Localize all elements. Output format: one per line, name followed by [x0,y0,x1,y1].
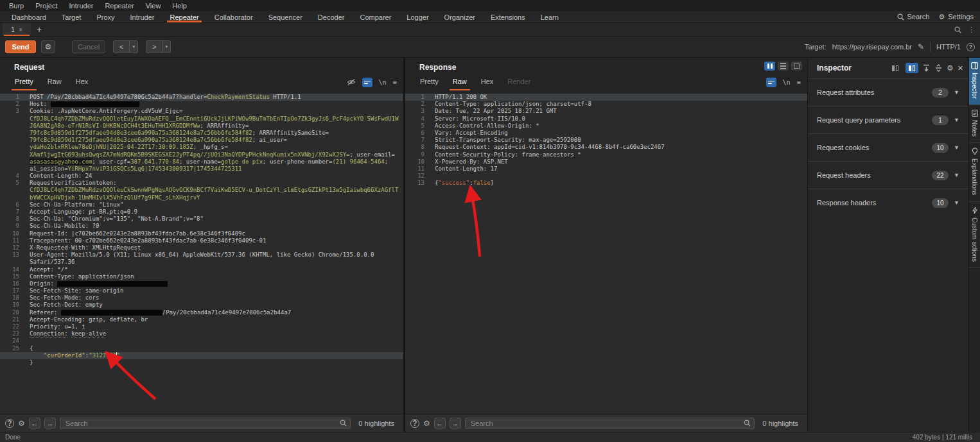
expand-all-icon[interactable] [922,64,931,72]
editor-line[interactable]: 5Requestverificationtoken: [0,180,403,187]
editor-line[interactable]: 79fc8c9d059d1f275dfaee94d0e3cee6a990a75a… [0,130,403,137]
editor-line[interactable]: 5Access-Control-Allow-Origin: * [405,123,807,130]
editor-line[interactable]: 15Content-Type: application/json [0,273,403,280]
editor-line[interactable]: 12 [405,173,807,180]
hide-nonprinting-icon[interactable] [347,78,356,86]
sidebar-tab-inspector[interactable]: Inspector [969,58,980,105]
menu-item-project[interactable]: Project [30,1,62,10]
pretty-print-icon[interactable] [362,78,372,87]
editor-line[interactable]: 16Origin: [0,280,403,287]
tab-organizer[interactable]: Organizer [437,11,483,22]
editor-line[interactable]: 7Strict-Transport-Security: max-age=2592… [405,137,807,144]
editor-line[interactable]: 1POST /Pay/20cbbad4a71c4e9497e7806c5a2b4… [0,94,403,101]
editor-line[interactable]: J6A8N2gA8o-eTrN1RsVI-QHKBNcOCH4t3EHuTHH1… [0,123,403,130]
editor-line[interactable]: 9Sec-Ch-Ua-Mobile: ?0 [0,223,403,230]
prev-match-button[interactable]: ← [29,418,40,429]
editor-line[interactable]: 20Referer: /Pay/20cbbad4a71c4e9497e7806c… [0,309,403,316]
send-button[interactable]: Send [5,40,36,53]
editor-line[interactable]: 8Sec-Ch-Ua: "Chromium";v="135", "Not-A.B… [0,216,403,223]
tab-hex[interactable]: Hex [475,76,500,90]
inspector-view-2-button[interactable] [906,63,918,73]
editor-line[interactable]: bVWCCXpHVDjxh-1UmMHIvlX5VhFzQlUf7g9FMC_s… [0,194,403,201]
editor-line[interactable]: asasasas@yahoo.com; user-cpf=387.641.770… [0,158,403,166]
editor-line[interactable]: ai_session=YiRHpx7nviP3iGSQCs5Lq6|174534… [0,166,403,173]
sidebar-tab-custom-actions[interactable]: Custom actions [969,202,980,268]
tab-target[interactable]: Target [54,11,89,22]
editor-line[interactable]: 10X-Powered-By: ASP.NET [405,158,807,166]
inspector-section-request-cookies[interactable]: Request cookies10▼ [808,133,968,161]
tab-comparer[interactable]: Comparer [352,11,399,22]
newline-toggle-icon[interactable]: \n [783,79,791,86]
layout-tabs-button[interactable] [791,62,802,71]
search-settings-icon[interactable]: ⚙ [423,419,430,428]
search-icon[interactable] [954,26,961,33]
inspector-section-request-attributes[interactable]: Request attributes2▼ [808,78,968,106]
tab-raw[interactable]: Raw [447,76,473,90]
http-version[interactable]: HTTP/1 [936,43,961,51]
editor-line[interactable]: 12X-Requested-With: XMLHttpRequest [0,244,403,251]
settings-button[interactable]: ⚙ Settings [938,13,974,21]
help-icon[interactable]: ? [967,43,975,51]
search-input[interactable] [465,418,755,429]
inspector-view-1-button[interactable] [889,63,902,73]
add-tab-button[interactable]: + [31,23,48,36]
editor-line[interactable]: 22Priority: u=1, i [0,323,403,330]
editor-line[interactable]: 19Sec-Fetch-Dest: empty [0,302,403,309]
editor-line[interactable]: 11Content-Length: 17 [405,166,807,173]
editor-line[interactable]: 13{"success":false} [405,180,807,187]
editor-line[interactable]: 6Sec-Ch-Ua-Platform: "Linux" [0,201,403,208]
tab-render[interactable]: Render [502,76,536,90]
repeater-tab-1[interactable]: 1 × [3,23,31,36]
edit-target-icon[interactable]: ✎ [918,42,924,51]
editor-line[interactable]: 7Accept-Language: pt-BR,pt;q=0.9 [0,208,403,216]
inspector-section-request-headers[interactable]: Request headers22▼ [808,161,968,189]
tab-repeater[interactable]: Repeater [162,11,206,22]
tab-hex[interactable]: Hex [70,76,94,90]
search-button[interactable]: Search [897,13,930,21]
editor-line[interactable]: 3Date: Tue, 22 Apr 2025 18:27:21 GMT [405,108,807,115]
editor-line[interactable]: 10Request-Id: |c702be662e0243e2a8893bf43… [0,230,403,237]
response-editor[interactable]: 1HTTP/1.1 200 OK2Content-Type: applicati… [405,94,807,414]
editor-line[interactable]: ydaHo2blxRRlew78eOjhNU|2025-04-22T17:30:… [0,144,403,151]
editor-line[interactable]: 1HTTP/1.1 200 OK [405,94,807,101]
tab-decoder[interactable]: Decoder [310,11,353,22]
sidebar-tab-notes[interactable]: Notes [969,105,980,143]
editor-line[interactable]: 25{ [0,345,403,352]
editor-line[interactable]: 21Accept-Encoding: gzip, deflate, br [0,316,403,323]
cancel-button[interactable]: Cancel [72,40,105,53]
chevron-down-icon[interactable]: ▼ [954,117,959,123]
menu-item-help[interactable]: Help [167,1,192,10]
editor-line[interactable]: 23Connection: keep-alive [0,330,403,337]
tab-pretty[interactable]: Pretty [9,76,39,90]
inspector-section-request-query-parameters[interactable]: Request query parameters1▼ [808,106,968,133]
editor-line[interactable]: 14Accept: */* [0,266,403,273]
editor-line[interactable]: 8Request-Context: appId=cid-v1:814b3970-… [405,144,807,151]
editor-menu-icon[interactable]: ≡ [393,78,397,86]
editor-line[interactable]: 4Content-Length: 24 [0,173,403,180]
forward-history-button[interactable]: > ▾ [146,40,171,53]
tab-extensions[interactable]: Extensions [483,11,533,22]
editor-line[interactable]: 18Sec-Fetch-Mode: cors [0,294,403,302]
chevron-down-icon[interactable]: ▼ [954,89,959,96]
help-icon[interactable]: ? [5,419,14,428]
menu-item-view[interactable]: View [141,1,166,10]
tab-collaborator[interactable]: Collaborator [207,11,261,22]
help-icon[interactable]: ? [410,419,419,428]
back-history-button[interactable]: < ▾ [113,40,138,53]
editor-line[interactable]: 2Content-Type: application/json; charset… [405,101,807,108]
tab-proxy[interactable]: Proxy [89,11,122,22]
tab-pretty[interactable]: Pretty [414,76,444,90]
layout-columns-button[interactable] [764,62,775,71]
editor-line[interactable]: 11Traceparent: 00-c702be662e0243e2a8893b… [0,237,403,244]
editor-menu-icon[interactable]: ≡ [797,78,801,86]
editor-line[interactable]: } [0,359,403,366]
chevron-down-icon[interactable]: ▾ [129,41,137,53]
menu-item-burp[interactable]: Burp [4,1,29,10]
request-editor[interactable]: 1POST /Pay/20cbbad4a71c4e9497e7806c5a2b4… [0,94,403,414]
tab-intruder[interactable]: Intruder [123,11,162,22]
inspector-section-response-headers[interactable]: Response headers10▼ [808,189,968,216]
editor-line[interactable]: XAmfljwgItG693uhsQwqsZA7mNdRQKm5B9SKEGSX… [0,151,403,158]
editor-line[interactable]: "curOrderId":"3127821" [0,352,403,359]
gear-icon[interactable]: ⚙ [947,64,954,72]
next-match-button[interactable]: → [44,418,56,429]
